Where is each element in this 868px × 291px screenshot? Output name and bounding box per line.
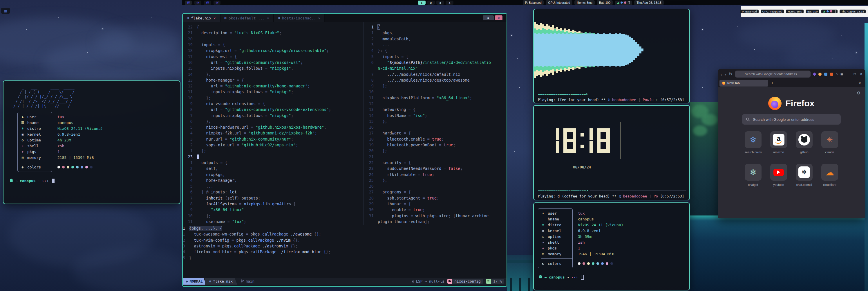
extension-icons[interactable]: ⌂ [813,72,838,76]
firefox-window[interactable]: ‹ › ↻ Search with Google or enter addres… [718,69,865,219]
shortcut-youtube[interactable]: youtube [770,164,787,186]
code-text: tux-awesome-wm-config = pkgs.callPackage… [189,232,321,236]
extension-darkmode-icon[interactable] [818,72,822,76]
list-tabs-chevron[interactable]: ∨ [859,81,861,85]
tray-icons[interactable] [821,9,838,13]
editor-pane-flake[interactable]: 22{21 description = "tux's NixOS Flake";… [183,23,363,226]
shell-icon: » [21,144,25,148]
search-input[interactable]: Search with Google or enter address [742,114,841,124]
shortcut-github[interactable]: github [796,131,813,154]
fetch-label: uptime [27,138,41,142]
shell-prompt[interactable]: →canopus~››› [9,178,175,183]
waveform-mid-band [536,30,538,70]
workspace-button[interactable]: 4 [445,1,454,5]
bluetooth-icon [827,10,829,12]
buffer-tab-hosts-isoImag-[interactable]: ❄hosts/isoImag..× [274,13,325,22]
waveform-outer-band [564,28,566,71]
gear-icon[interactable]: ⚙ [857,91,861,95]
code-text: nixos-wsl = { [197,54,237,59]
new-tab-page: ⚙ Firefox Search with Google or enter ad… [718,87,865,219]
fetch-label: kernel [548,229,561,233]
maximize-button[interactable]: □ [854,72,856,76]
clock-window[interactable]: 08/08/24 ======================> Playing… [533,105,690,200]
app-launcher-button[interactable]: ▦ [1,8,10,13]
fetch-value: tux [57,114,103,120]
tag-button[interactable]: $W [185,1,192,5]
tab-strip: New Tab + ∨ [718,79,865,87]
tag-button[interactable]: $W [194,1,202,5]
tag-button[interactable]: $W [204,1,211,5]
extension-bitwarden-icon[interactable] [824,72,827,76]
tab-close-icon[interactable]: × [214,16,216,20]
buffer-tab-flake-nix[interactable]: ❄flake.nix× [183,13,220,22]
cava-visualizer-window[interactable]: ======================> Playing: ffee fo… [533,9,690,104]
hamburger-menu-button[interactable]: ≡ [840,72,843,77]
code-text: username = "tux"; [197,219,246,224]
star [151,18,151,18]
forward-button[interactable]: › [725,72,726,77]
shortcut-grid: ❄search.nixosaamazongithub✳claude✻chatgp… [718,131,865,186]
new-tab-button[interactable]: + [771,81,773,85]
shortcut-cloudflare[interactable]: ☁cloudflare [821,164,838,186]
back-button[interactable]: ‹ [721,72,722,77]
fetch-label: pkgs [548,246,557,250]
shortcut-chatgpt[interactable]: ✻chatgpt [745,164,762,186]
waveform-column [536,15,538,85]
tab-close-icon[interactable]: × [318,16,320,20]
terminal-color-dots [578,261,623,266]
line-number: 1 [183,148,193,153]
waveform-mid-band [570,32,572,68]
waveform-outer-band [562,30,564,70]
code-text: plugins = with pkgs.xfce; [thunar-archiv… [378,213,491,218]
waveform-column [609,15,611,85]
minimize-button[interactable]: − [847,72,849,76]
waveform-mid-band [607,37,609,63]
fetch-row: »shell [21,143,52,149]
editor-pane-pkgs[interactable]: 1{pkgs, ...}: {1 tux-awesome-wm-config =… [183,225,506,278]
fetch-row: ▤memory [21,154,52,160]
close-button[interactable]: × [860,72,862,76]
line-number: 23 [183,154,193,159]
reload-button[interactable]: ↻ [729,71,733,77]
star [766,41,767,41]
code-line: 7 inherit (self) outputs; [183,195,363,201]
shortcut-search-nixos[interactable]: ❄search.nixos [745,131,762,154]
waveform-column [629,15,631,85]
extension-fox-icon[interactable] [830,72,833,76]
tab-close-icon[interactable]: × [267,16,269,20]
code-line: 9 nix-vscode-extensions = { [183,101,363,107]
waveform-mid-band [583,33,585,67]
shortcut-claude[interactable]: ✳claude [821,131,838,154]
buffer-tab-pkgs-default-[interactable]: ❄pkgs/default ...× [220,13,274,22]
code-text: description = "tux's NixOS Flake"; [197,30,282,35]
fetch-terminal-window[interactable]: ♟user☰hname❄distro▣kernel◷uptime»shell❖p… [533,202,690,290]
gear-icon: ⚙ [412,280,414,284]
color-dot [76,166,79,169]
fetch-label: shell [548,240,559,244]
editor-pane-iso[interactable]: 1{1 pkgs,2 modulesPath,3 ...4}: {5 impor… [364,23,506,226]
url-bar[interactable]: Search with Google or enter address [735,70,811,78]
tab-new-tab[interactable]: New Tab [719,80,768,87]
window-toggle-button[interactable]: ◉ [483,16,494,20]
line-number: 16 [183,60,193,65]
waveform-inner-band [633,40,636,60]
firefox-icon [722,82,725,85]
neovim-window[interactable]: ❄flake.nix×❄pkgs/default ...×❄hosts/isoI… [182,13,507,287]
workspace-button[interactable]: 3 [436,1,444,5]
lines-icon: ☰ [486,279,491,284]
tag-button[interactable]: $W [214,1,220,5]
shortcut-amazon[interactable]: aamazon [770,131,787,154]
left-terminal-window[interactable]: _ ___ ____ _____ / | / (_) __/ __ \/ ___… [3,81,181,204]
home-icon[interactable]: ⌂ [836,72,838,76]
waveform-inner-band [564,34,566,66]
firefox-tray-icon [624,1,626,4]
waveform-mid-band [556,31,558,69]
shortcut-chat-openai[interactable]: ✻chat.openai [796,164,813,186]
extension-vpn-icon[interactable] [813,72,816,76]
waveform-inner-band [601,34,603,66]
shell-prompt[interactable]: →canopus~››› [538,275,689,280]
window-close-button[interactable]: × [495,16,502,20]
tray-icons[interactable] [615,1,632,5]
workspace-button[interactable]: 1 [418,1,426,5]
workspace-button[interactable]: 2 [427,1,435,5]
